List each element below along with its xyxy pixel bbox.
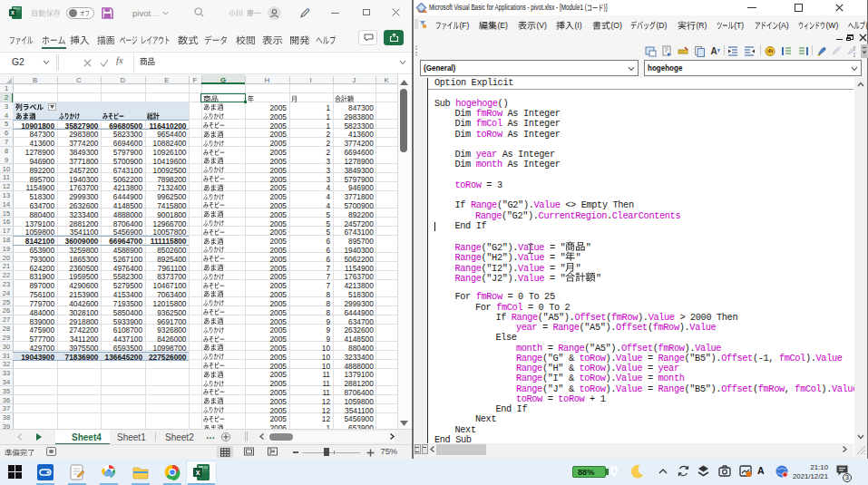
svg-text:x: x [196,468,200,477]
svg-text:x: x [11,9,15,15]
svg-text:A: A [710,46,717,56]
